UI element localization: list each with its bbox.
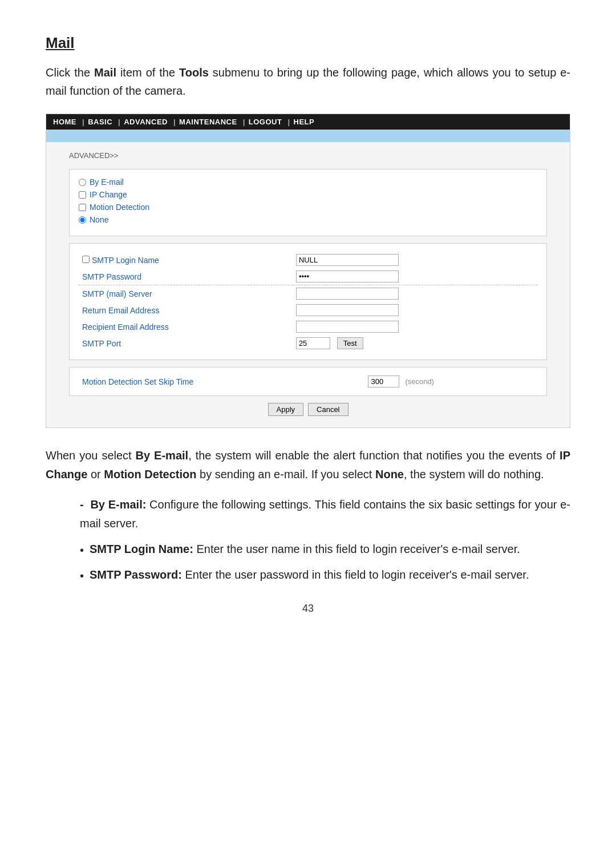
motion-skip-label-cell: Motion Detection Set Skip Time (79, 373, 364, 390)
smtp-server-label-cell: SMTP (mail) Server (79, 285, 293, 302)
smtp-port-row: SMTP Port Test (79, 335, 537, 352)
motion-detection-option: Motion Detection (79, 203, 537, 212)
motion-skip-label: Motion Detection Set Skip Time (82, 377, 193, 386)
trigger-options-section: By E-mail IP Change Motion Detection Non… (69, 169, 547, 236)
device-ui: HOME | BASIC | ADVANCED | MAINTENANCE | … (46, 114, 570, 428)
smtp-password-input-cell (293, 268, 537, 285)
smtp-port-label: SMTP Port (82, 339, 121, 348)
smtp-login-bullet-label: SMTP Login Name: (90, 543, 193, 555)
intro-paragraph: Click the Mail item of the Tools submenu… (46, 63, 570, 100)
smtp-server-input-cell (293, 285, 537, 302)
none-option: None (79, 215, 537, 224)
smtp-port-input-cell: Test (293, 335, 537, 352)
device-content: ADVANCED>> By E-mail IP Change Motion De… (46, 142, 570, 427)
recipient-email-row: Recipient Email Address (79, 318, 537, 335)
intro-tools-bold: Tools (179, 66, 209, 79)
motion-detection-label: Motion Detection (90, 203, 149, 212)
smtp-server-label: SMTP (mail) Server (82, 289, 152, 298)
smtp-server-row: SMTP (mail) Server (79, 285, 537, 302)
nav-sep-3: | (173, 118, 176, 126)
none-label: None (90, 215, 108, 224)
desc-before: When you select (46, 449, 136, 462)
intro-mail-bold: Mail (94, 66, 116, 79)
smtp-login-input-cell (293, 252, 537, 268)
smtp-password-label-cell: SMTP Password (79, 268, 293, 285)
apply-button[interactable]: Apply (268, 403, 304, 416)
bullet-section: - By E-mail: Configure the following set… (80, 495, 570, 585)
by-email-radio[interactable] (79, 179, 86, 186)
motion-skip-input[interactable] (368, 375, 399, 387)
smtp-password-bullet-label: SMTP Password: (90, 568, 182, 581)
smtp-login-label-cell: SMTP Login Name (79, 252, 293, 268)
return-email-row: Return Email Address (79, 302, 537, 318)
blue-banner (46, 130, 570, 142)
smtp-password-input[interactable] (296, 270, 399, 282)
desc-none-bold: None (375, 468, 404, 480)
smtp-password-bullet-text: Enter the user password in this field to… (182, 568, 529, 581)
smtp-form-table: SMTP Login Name SMTP Password (79, 252, 537, 352)
nav-basic[interactable]: BASIC (88, 118, 112, 126)
smtp-login-row: SMTP Login Name (79, 252, 537, 268)
nav-logout[interactable]: LOGOUT (249, 118, 282, 126)
ip-change-label: IP Change (90, 190, 127, 199)
intro-text-before-mail: Click the (46, 66, 94, 79)
smtp-port-input[interactable] (296, 337, 330, 349)
by-email-bullet-label: By E-mail: (90, 498, 146, 511)
motion-skip-table: Motion Detection Set Skip Time (second) (79, 373, 537, 390)
desc-end: , the system will do nothing. (404, 468, 544, 480)
nav-sep-1: | (82, 118, 84, 126)
ip-change-checkbox[interactable] (79, 191, 86, 199)
smtp-login-input[interactable] (296, 254, 399, 266)
recipient-email-label-cell: Recipient Email Address (79, 318, 293, 335)
none-radio[interactable] (79, 216, 86, 224)
nav-sep-2: | (118, 118, 120, 126)
motion-skip-section: Motion Detection Set Skip Time (second) (69, 367, 547, 396)
desc-motion-bold: Motion Detection (104, 468, 196, 480)
desc-by-email-bold: By E-mail (136, 449, 189, 462)
btn-row: Apply Cancel (69, 403, 547, 416)
desc-mid: , the system will enable the alert funct… (188, 449, 560, 462)
return-email-label: Return Email Address (82, 306, 159, 315)
return-email-input[interactable] (296, 304, 399, 316)
intro-text-after-mail: item of the (116, 66, 179, 79)
recipient-email-input-cell (293, 318, 537, 335)
nav-sep-4: | (243, 118, 245, 126)
dash-icon: - (80, 498, 84, 511)
smtp-password-bullet-content: SMTP Password: Enter the user password i… (90, 566, 529, 584)
by-email-bullet-text: Configure the following settings. This f… (80, 498, 570, 530)
dash-bullet-item: - By E-mail: Configure the following set… (80, 495, 570, 533)
smtp-login-bullet: SMTP Login Name: Enter the user name in … (80, 540, 570, 560)
smtp-password-row: SMTP Password (79, 268, 537, 285)
motion-skip-input-cell: (second) (364, 373, 537, 390)
smtp-login-bullet-content: SMTP Login Name: Enter the user name in … (90, 540, 520, 559)
cancel-button[interactable]: Cancel (308, 403, 348, 416)
page-number: 43 (46, 603, 570, 615)
smtp-password-label: SMTP Password (82, 272, 141, 281)
smtp-login-checkbox[interactable] (82, 256, 90, 263)
desc-by: by sending an e-mail. If you select (196, 468, 375, 480)
nav-bar: HOME | BASIC | ADVANCED | MAINTENANCE | … (46, 114, 570, 130)
recipient-email-input[interactable] (296, 321, 399, 333)
breadcrumb: ADVANCED>> (69, 151, 547, 160)
nav-advanced[interactable]: ADVANCED (124, 118, 168, 126)
smtp-login-label: SMTP Login Name (92, 256, 159, 265)
return-email-label-cell: Return Email Address (79, 302, 293, 318)
second-label: (second) (405, 377, 434, 386)
smtp-password-bullet: SMTP Password: Enter the user password i… (80, 566, 570, 585)
nav-maintenance[interactable]: MAINTENANCE (179, 118, 237, 126)
smtp-login-bullet-text: Enter the user name in this field to log… (193, 543, 520, 555)
by-email-option: By E-mail (79, 177, 537, 187)
ip-change-option: IP Change (79, 190, 537, 199)
nav-home[interactable]: HOME (53, 118, 76, 126)
return-email-input-cell (293, 302, 537, 318)
motion-skip-row: Motion Detection Set Skip Time (second) (79, 373, 537, 390)
smtp-server-input[interactable] (296, 288, 399, 300)
nav-help[interactable]: HELP (294, 118, 315, 126)
smtp-settings-section: SMTP Login Name SMTP Password (69, 243, 547, 360)
motion-detection-checkbox[interactable] (79, 204, 86, 211)
test-button[interactable]: Test (337, 337, 363, 349)
description-paragraph: When you select By E-mail, the system wi… (46, 446, 570, 484)
smtp-port-label-cell: SMTP Port (79, 335, 293, 352)
nav-sep-5: | (287, 118, 290, 126)
desc-or: or (87, 468, 104, 480)
